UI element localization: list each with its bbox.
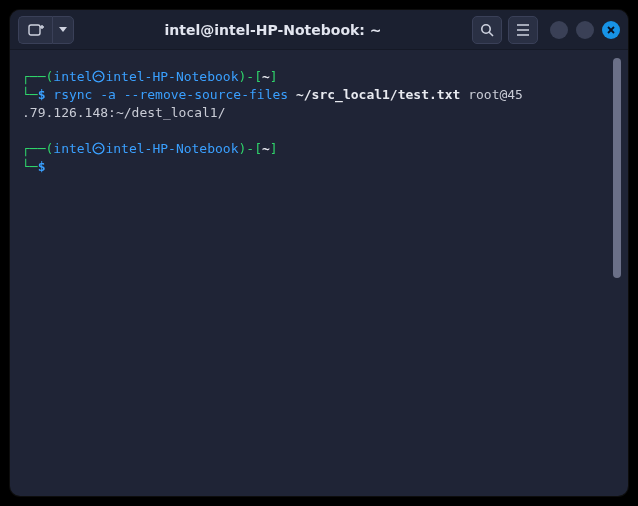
window-controls [550, 21, 620, 39]
minimize-button[interactable] [550, 21, 568, 39]
cmd-src-path: ~/src_local1/test.txt [296, 87, 460, 102]
prompt2-cwd: ~ [262, 141, 270, 156]
prompt-corner-top: ┌── [22, 69, 45, 84]
prompt2-lbrack: [ [254, 141, 262, 156]
kali-logo-icon [92, 70, 105, 83]
prompt-symbol: $ [38, 87, 46, 102]
prompt2-host: intel-HP-Notebook [105, 141, 238, 156]
window-title: intel@intel-HP-Notebook: ~ [80, 22, 466, 38]
prompt-cwd: ~ [262, 69, 270, 84]
hamburger-icon [516, 24, 530, 36]
menu-button[interactable] [508, 16, 538, 44]
prompt2-user: intel [53, 141, 92, 156]
titlebar: intel@intel-HP-Notebook: ~ [10, 10, 628, 50]
kali-logo-icon [92, 142, 105, 155]
close-icon [606, 25, 616, 35]
svg-point-10 [94, 71, 105, 82]
prompt2-rbrack: ] [270, 141, 278, 156]
terminal-output[interactable]: ┌──(intelintel-HP-Notebook)-[~] └─$ rsyn… [16, 56, 612, 488]
svg-point-3 [482, 24, 490, 32]
new-tab-button[interactable] [18, 16, 52, 44]
search-icon [480, 23, 494, 37]
titlebar-right-group [472, 16, 620, 44]
prompt-user: intel [53, 69, 92, 84]
terminal-area: ┌──(intelintel-HP-Notebook)-[~] └─$ rsyn… [10, 50, 628, 496]
cmd-name: rsync [53, 87, 92, 102]
cmd-flags: -a --remove-source-files [92, 87, 296, 102]
new-tab-icon [28, 23, 44, 37]
prompt2-corner-bottom: └─ [22, 159, 38, 174]
prompt2-dash: - [246, 141, 254, 156]
cmd-rest-a: root@45 [460, 87, 523, 102]
scrollbar[interactable] [612, 56, 622, 488]
svg-rect-0 [29, 25, 40, 35]
svg-line-4 [489, 32, 493, 36]
prompt-host: intel-HP-Notebook [105, 69, 238, 84]
prompt-rbrack: ] [270, 69, 278, 84]
maximize-button[interactable] [576, 21, 594, 39]
close-button[interactable] [602, 21, 620, 39]
prompt2-corner-top: ┌── [22, 141, 45, 156]
cmd-rest-b: .79.126.148:~/dest_local1/ [22, 105, 226, 120]
scrollbar-thumb[interactable] [613, 58, 621, 278]
chevron-down-icon [59, 27, 67, 33]
prompt2-symbol: $ [38, 159, 46, 174]
terminal-window: intel@intel-HP-Notebook: ~ [10, 10, 628, 496]
prompt-lbrack: [ [254, 69, 262, 84]
titlebar-left-group [18, 16, 74, 44]
prompt-dash: - [246, 69, 254, 84]
search-button[interactable] [472, 16, 502, 44]
svg-point-11 [94, 143, 105, 154]
prompt-corner-bottom: └─ [22, 87, 38, 102]
new-tab-dropdown-button[interactable] [52, 16, 74, 44]
